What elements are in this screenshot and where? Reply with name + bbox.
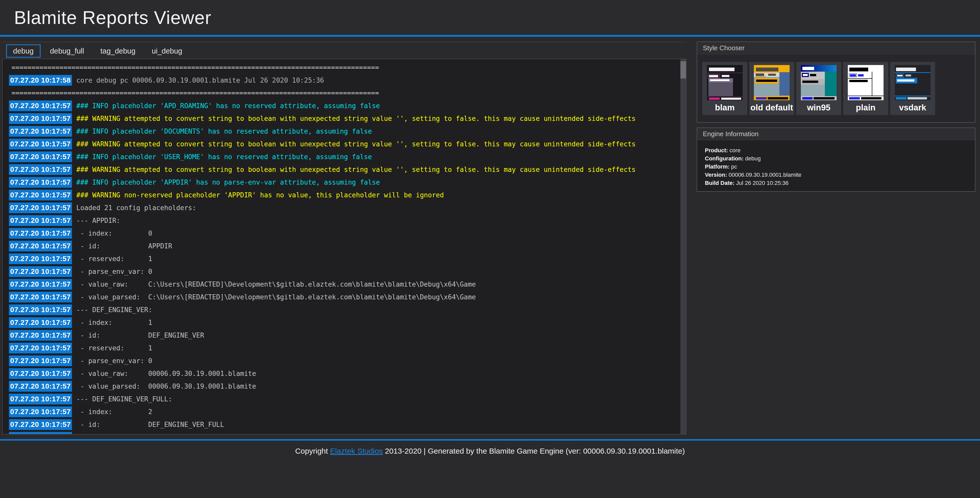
log-row: 07.27.20 10:17:57 - index: 0 bbox=[9, 227, 680, 240]
log-separator: ========================================… bbox=[11, 89, 379, 97]
engine-info-value: debug bbox=[744, 155, 761, 162]
style-thumbnail-plain bbox=[848, 65, 883, 100]
engine-info-value: Jul 26 2020 10:25:36 bbox=[735, 180, 789, 186]
log-timestamp: 07.27.20 10:17:57 bbox=[9, 254, 72, 264]
log-message: ### INFO placeholder 'APD_ROAMING' has n… bbox=[76, 102, 380, 109]
style-card-win95[interactable]: win95 bbox=[796, 62, 841, 115]
log-message: - id: APPDIR bbox=[76, 242, 172, 250]
log-row: 07.27.20 10:17:57### INFO placeholder 'U… bbox=[9, 151, 680, 163]
style-label-blam: blam bbox=[715, 103, 735, 113]
log-row: 07.27.20 10:17:57--- DEF_ENGINE_VER: bbox=[9, 303, 680, 316]
header-accent-line bbox=[0, 35, 980, 37]
log-message: ### INFO placeholder 'APPDIR' has no par… bbox=[76, 179, 380, 186]
log-row: 07.27.20 10:17:57 - value_parsed: C:\Use… bbox=[9, 291, 680, 303]
log-message: - index: 1 bbox=[76, 319, 152, 327]
log-separator-row: ========================================… bbox=[9, 61, 680, 74]
log-timestamp: 07.27.20 10:17:57 bbox=[9, 203, 72, 213]
log-message: Loaded 21 config placeholders: bbox=[76, 204, 196, 212]
log-row: 07.27.20 10:17:57 - value_raw: 00006.09.… bbox=[9, 367, 680, 380]
log-message: - value_parsed: 00006.09.30.19.0001.blam… bbox=[76, 382, 256, 390]
log-message: - value_parsed: C:\Users\[REDACTED]\Deve… bbox=[76, 293, 476, 301]
log-message: - index: 2 bbox=[76, 408, 152, 416]
style-chooser-panel: Style Chooser blamold defaultwin95plainv… bbox=[697, 41, 975, 123]
log-timestamp: 07.27.20 10:17:58 bbox=[9, 75, 72, 86]
tab-debug[interactable]: debug bbox=[6, 44, 41, 58]
log-timestamp: 07.27.20 10:17:57 bbox=[9, 228, 72, 239]
log-timestamp: 07.27.20 10:17:57 bbox=[9, 126, 72, 137]
report-tabbar: debugdebug_fulltag_debugui_debug bbox=[6, 44, 189, 58]
log-timestamp: 07.27.20 10:17:57 bbox=[9, 419, 72, 430]
log-timestamp: 07.27.20 10:17:57 bbox=[9, 241, 72, 251]
log-message: core debug pc 00006.09.30.19.0001.blamit… bbox=[76, 76, 324, 84]
log-row: 07.27.20 10:17:57 - parse_env_var: 0 bbox=[9, 354, 680, 367]
log-timestamp: 07.27.20 10:17:57 bbox=[9, 355, 72, 366]
log-row: 07.27.20 10:17:57### WARNING non-reserve… bbox=[9, 189, 680, 201]
log-timestamp: 07.27.20 10:17:57 bbox=[9, 330, 72, 341]
log-row: 07.27.20 10:17:57### WARNING attempted t… bbox=[9, 138, 680, 151]
log-row: 07.27.20 10:17:57 - reserved: 1 bbox=[9, 252, 680, 265]
engine-info-value: 00006.09.30.19.0001.blamite bbox=[727, 171, 801, 178]
log-timestamp: 07.27.20 10:17:57 bbox=[9, 100, 72, 111]
log-message: - reserved: 1 bbox=[76, 255, 152, 263]
log-scrollbar-track[interactable] bbox=[680, 59, 686, 434]
log-timestamp: 07.27.20 10:17:57 bbox=[9, 266, 72, 277]
app-header: Blamite Reports Viewer bbox=[0, 0, 980, 35]
style-chooser-header: Style Chooser bbox=[697, 42, 975, 54]
style-card-old-default[interactable]: old default bbox=[749, 62, 794, 115]
log-message: ### WARNING attempted to convert string … bbox=[76, 115, 635, 122]
engine-info-field: Configuration: debug bbox=[705, 154, 975, 163]
style-label-vsdark: vsdark bbox=[899, 103, 926, 113]
log-timestamp: 07.27.20 10:17:57 bbox=[9, 177, 72, 188]
log-row: 07.27.20 10:17:57--- DEF_ENGINE_VER_FULL… bbox=[9, 393, 680, 406]
tabbar-top-line bbox=[2, 42, 687, 42]
tab-tag_debug[interactable]: tag_debug bbox=[94, 44, 142, 58]
engine-info-label: Product: bbox=[705, 147, 728, 154]
style-label-win95: win95 bbox=[807, 103, 830, 113]
style-card-blam[interactable]: blam bbox=[702, 62, 747, 115]
log-message: --- DEF_ENGINE_VER: bbox=[76, 306, 152, 314]
style-cards-row: blamold defaultwin95plainvsdark bbox=[697, 54, 975, 115]
log-row: 07.27.20 10:17:57 - index: 2 bbox=[9, 406, 680, 418]
style-thumbnail-vsdark bbox=[895, 65, 931, 100]
log-message: - value_raw: C:\Users\[REDACTED]\Develop… bbox=[76, 281, 476, 288]
style-card-vsdark[interactable]: vsdark bbox=[890, 62, 935, 115]
log-row: 07.27.20 10:17:57### WARNING attempted t… bbox=[9, 112, 680, 125]
tab-debug_full[interactable]: debug_full bbox=[43, 44, 91, 58]
log-message: - reserved: 1 bbox=[76, 433, 152, 434]
log-row: 07.27.20 10:17:57### INFO placeholder 'D… bbox=[9, 125, 680, 138]
engine-info-panel: Engine Information Product: coreConfigur… bbox=[697, 127, 975, 192]
app-footer: Copyright Elaztek Studios 2013-2020 | Ge… bbox=[0, 441, 980, 498]
tab-ui_debug[interactable]: ui_debug bbox=[145, 44, 189, 58]
log-message: ### INFO placeholder 'USER_HOME' has no … bbox=[76, 153, 372, 161]
log-message: ### WARNING attempted to convert string … bbox=[76, 166, 635, 173]
log-separator-row: ========================================… bbox=[9, 87, 680, 100]
log-timestamp: 07.27.20 10:17:57 bbox=[9, 368, 72, 379]
elaztek-studios-link[interactable]: Elaztek Studios bbox=[330, 447, 383, 455]
log-timestamp: 07.27.20 10:17:57 bbox=[9, 164, 72, 175]
log-timestamp: 07.27.20 10:17:57 bbox=[9, 394, 72, 404]
log-row: 07.27.20 10:17:57### INFO placeholder 'A… bbox=[9, 100, 680, 112]
style-card-plain[interactable]: plain bbox=[843, 62, 888, 115]
log-message: - id: DEF_ENGINE_VER_FULL bbox=[76, 421, 224, 428]
log-rows-container: ========================================… bbox=[3, 59, 680, 434]
log-timestamp: 07.27.20 10:17:57 bbox=[9, 113, 72, 124]
log-row: 07.27.20 10:17:57Loaded 21 config placeh… bbox=[9, 201, 680, 214]
engine-info-field: Platform: pc bbox=[705, 163, 975, 171]
style-label-old-default: old default bbox=[751, 103, 793, 113]
engine-info-field: Product: core bbox=[705, 146, 975, 154]
style-thumbnail-win95 bbox=[801, 65, 837, 100]
log-message: ### INFO placeholder 'DOCUMENTS' has no … bbox=[76, 127, 372, 135]
log-row: 07.27.20 10:17:57 - value_raw: C:\Users\… bbox=[9, 278, 680, 291]
engine-info-label: Version: bbox=[705, 171, 727, 178]
engine-info-label: Configuration: bbox=[705, 155, 744, 162]
log-timestamp: 07.27.20 10:17:57 bbox=[9, 305, 72, 315]
log-timestamp: 07.27.20 10:17:57 bbox=[9, 190, 72, 200]
footer-copyright-suffix: 2013-2020 | Generated by the Blamite Gam… bbox=[383, 447, 685, 455]
engine-info-field: Version: 00006.09.30.19.0001.blamite bbox=[705, 171, 975, 179]
log-timestamp: 07.27.20 10:17:57 bbox=[9, 151, 72, 162]
log-row: 07.27.20 10:17:57--- APPDIR: bbox=[9, 214, 680, 227]
page-title: Blamite Reports Viewer bbox=[14, 7, 211, 28]
log-scrollbar-thumb[interactable] bbox=[680, 61, 686, 79]
style-thumbnail-blam bbox=[707, 65, 743, 100]
footer-copyright-prefix: Copyright bbox=[295, 447, 330, 455]
